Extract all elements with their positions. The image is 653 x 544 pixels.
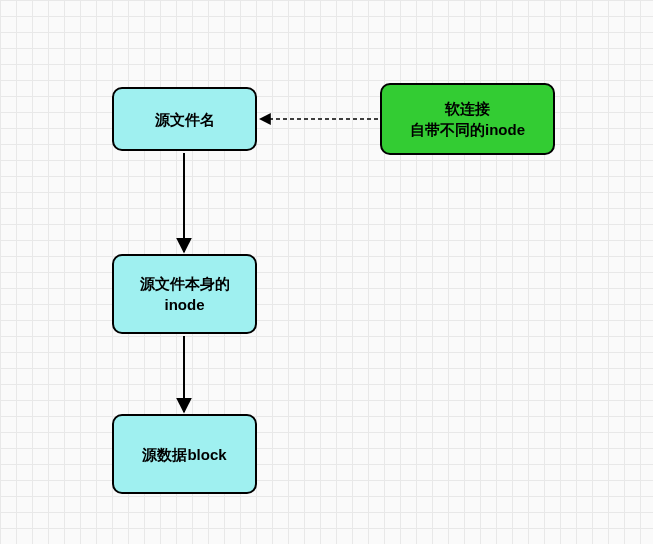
- node-label: 源数据block: [142, 444, 226, 465]
- node-source-inode: 源文件本身的 inode: [112, 254, 257, 334]
- node-source-block: 源数据block: [112, 414, 257, 494]
- node-label: 源文件名: [155, 109, 215, 130]
- node-softlink: 软连接 自带不同的inode: [380, 83, 555, 155]
- node-label: 软连接 自带不同的inode: [410, 98, 525, 140]
- node-source-filename: 源文件名: [112, 87, 257, 151]
- node-label: 源文件本身的 inode: [140, 273, 230, 315]
- diagram-edges: [0, 0, 653, 544]
